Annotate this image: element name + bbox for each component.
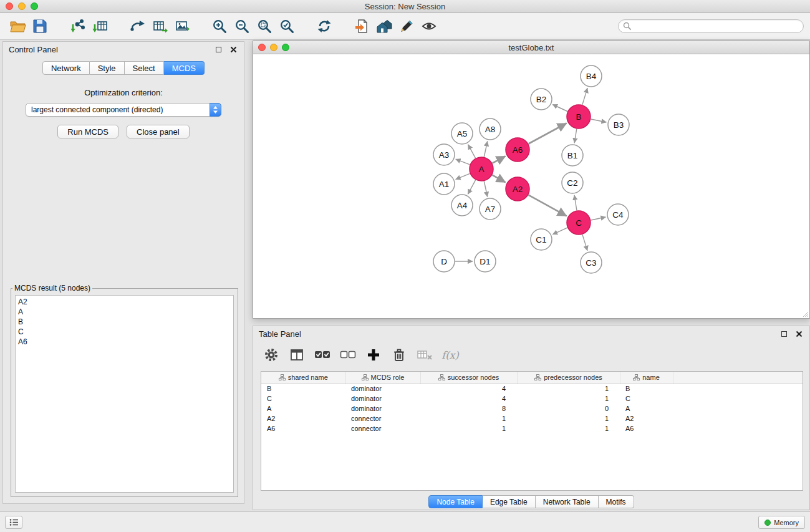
cell-shared-name[interactable]: C — [261, 394, 345, 404]
edge-A-A6[interactable] — [493, 156, 506, 163]
close-panel-icon[interactable] — [228, 45, 238, 55]
function-builder-icon[interactable]: f(x) — [442, 347, 458, 363]
column-header-successor-nodes[interactable]: successor nodes — [420, 372, 517, 384]
close-panel-button[interactable]: Close panel — [127, 125, 190, 138]
edge-B-B4[interactable] — [582, 88, 587, 105]
delete-column-trash-icon[interactable] — [391, 347, 407, 363]
close-table-panel-icon[interactable] — [794, 329, 804, 339]
select-all-icon[interactable] — [314, 347, 330, 363]
edge-A-A5[interactable] — [468, 145, 476, 158]
network-view[interactable]: B4B2BB3A5A8A6B1A3AC2A1A2A4A7C4CC1C3DD1 — [253, 54, 809, 318]
column-header-name[interactable]: name — [620, 372, 673, 384]
select-columns-icon[interactable] — [289, 347, 305, 363]
tab-mcds[interactable]: MCDS — [164, 61, 205, 75]
resize-grip-icon[interactable] — [801, 310, 809, 317]
import-table-icon[interactable] — [89, 16, 111, 37]
minimize-traffic-light-icon[interactable] — [18, 2, 26, 10]
network-zoom-icon[interactable] — [282, 44, 289, 51]
cell-successor-nodes[interactable]: 4 — [420, 394, 517, 404]
table-row[interactable]: A dominator 8 0 A — [261, 404, 803, 414]
cell-predecessor-nodes[interactable]: 1 — [517, 384, 620, 394]
zoom-fit-icon[interactable] — [253, 16, 276, 37]
cell-shared-name[interactable]: A6 — [261, 423, 345, 433]
edge-A-A3[interactable] — [456, 159, 470, 165]
cell-mcds-role[interactable]: dominator — [345, 384, 420, 394]
edge-A-A1[interactable] — [456, 173, 470, 179]
memory-button[interactable]: Memory — [758, 516, 805, 529]
edge-A2-C[interactable] — [529, 195, 567, 216]
table-row[interactable]: C dominator 4 1 C — [261, 394, 803, 404]
cell-name[interactable]: A6 — [620, 423, 673, 433]
zoom-out-icon[interactable] — [231, 16, 253, 37]
cell-mcds-role[interactable]: connector — [345, 414, 420, 423]
edge-A-A4[interactable] — [468, 180, 475, 195]
network-minimize-icon[interactable] — [270, 44, 277, 51]
cell-successor-nodes[interactable]: 4 — [420, 384, 517, 394]
criterion-dropdown[interactable]: largest connected component (directed) — [26, 103, 221, 117]
open-recent-file-icon[interactable] — [350, 16, 373, 37]
column-header-shared-name[interactable]: shared name — [261, 372, 345, 384]
home-icon[interactable] — [373, 16, 395, 37]
edge-C-C1[interactable] — [552, 228, 567, 235]
tab-style[interactable]: Style — [90, 61, 125, 75]
cell-predecessor-nodes[interactable]: 0 — [517, 404, 620, 414]
edge-C-C2[interactable] — [574, 195, 577, 210]
edge-C-C3[interactable] — [582, 235, 587, 251]
edge-A-A7[interactable] — [484, 181, 487, 197]
result-item[interactable]: C — [18, 327, 231, 337]
float-table-panel-icon[interactable] — [779, 329, 789, 339]
table-settings-gear-icon[interactable] — [263, 347, 279, 363]
cell-mcds-role[interactable]: connector — [345, 423, 420, 433]
cell-shared-name[interactable]: A2 — [261, 414, 345, 423]
zoom-traffic-light-icon[interactable] — [31, 2, 38, 10]
edge-A-A2[interactable] — [493, 175, 506, 183]
close-traffic-light-icon[interactable] — [6, 2, 13, 10]
cell-shared-name[interactable]: B — [261, 384, 345, 394]
cell-name[interactable]: C — [620, 394, 673, 404]
table-row[interactable]: B dominator 4 1 B — [261, 384, 803, 394]
edge-B-B1[interactable] — [574, 129, 577, 143]
table-row[interactable]: A6 connector 1 1 A6 — [261, 423, 803, 433]
run-mcds-button[interactable]: Run MCDS — [57, 125, 118, 138]
cell-mcds-role[interactable]: dominator — [345, 404, 420, 414]
result-item[interactable]: A6 — [18, 337, 231, 347]
style-brush-icon[interactable] — [395, 16, 418, 37]
network-canvas[interactable]: B4B2BB3A5A8A6B1A3AC2A1A2A4A7C4CC1C3DD1 — [253, 54, 809, 318]
mcds-result-list[interactable]: A2 A B C A6 — [15, 295, 234, 493]
result-item[interactable]: A2 — [18, 297, 231, 307]
refresh-layout-icon[interactable] — [313, 16, 335, 37]
delete-table-icon[interactable] — [417, 347, 433, 363]
network-close-icon[interactable] — [258, 44, 266, 51]
export-image-icon[interactable] — [171, 16, 193, 37]
tab-motifs[interactable]: Motifs — [599, 495, 634, 508]
save-icon[interactable] — [29, 16, 51, 37]
tab-network-table[interactable]: Network Table — [536, 495, 599, 508]
cell-shared-name[interactable]: A — [261, 404, 345, 414]
edge-A6-B[interactable] — [529, 123, 567, 144]
task-history-list-icon[interactable] — [5, 516, 22, 529]
open-folder-icon[interactable] — [6, 16, 29, 37]
tab-edge-table[interactable]: Edge Table — [483, 495, 536, 508]
edge-B-B2[interactable] — [552, 105, 567, 112]
cell-predecessor-nodes[interactable]: 1 — [517, 414, 620, 423]
cell-name[interactable]: A2 — [620, 414, 673, 423]
cell-name[interactable]: B — [620, 384, 673, 394]
edge-B-B3[interactable] — [591, 119, 607, 122]
table-row[interactable]: A2 connector 1 1 A2 — [261, 414, 803, 423]
cell-successor-nodes[interactable]: 1 — [420, 414, 517, 423]
result-item[interactable]: A — [18, 307, 231, 317]
deselect-all-icon[interactable] — [340, 347, 356, 363]
column-header-predecessor-nodes[interactable]: predecessor nodes — [517, 372, 620, 384]
float-panel-icon[interactable] — [213, 45, 223, 55]
export-table-icon[interactable] — [148, 16, 171, 37]
edge-A-A8[interactable] — [484, 142, 487, 157]
tab-network[interactable]: Network — [42, 61, 90, 75]
cell-successor-nodes[interactable]: 1 — [420, 423, 517, 433]
zoom-in-icon[interactable] — [208, 16, 231, 37]
cell-predecessor-nodes[interactable]: 1 — [517, 394, 620, 404]
add-column-icon[interactable] — [365, 347, 382, 363]
tab-select[interactable]: Select — [125, 61, 164, 75]
reload-network-icon[interactable] — [126, 16, 148, 37]
result-item[interactable]: B — [18, 317, 231, 327]
cell-mcds-role[interactable]: dominator — [345, 394, 420, 404]
